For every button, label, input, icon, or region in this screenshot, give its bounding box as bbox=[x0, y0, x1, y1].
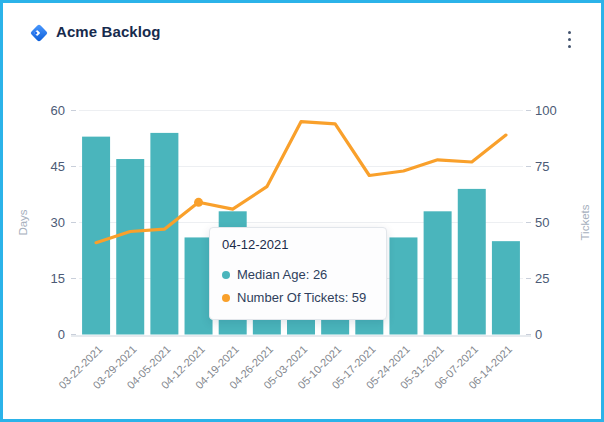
bar-median-age[interactable] bbox=[458, 189, 486, 335]
tooltip-median-age: Median Age: 26 bbox=[237, 267, 327, 282]
tooltip-tickets: Number Of Tickets: 59 bbox=[237, 290, 366, 305]
bar-median-age[interactable] bbox=[82, 137, 110, 335]
bar-median-age[interactable] bbox=[150, 133, 178, 335]
left-axis-tick-label: 30 bbox=[51, 215, 65, 230]
hovered-point[interactable] bbox=[194, 198, 203, 207]
tooltip-row-median-age: Median Age: 26 bbox=[222, 263, 374, 286]
left-axis-tick-label: 15 bbox=[51, 271, 65, 286]
series-dot-median-age bbox=[222, 271, 230, 279]
right-axis-title: Tickets bbox=[579, 204, 591, 240]
tooltip-date: 04-12-2021 bbox=[222, 237, 374, 252]
left-axis-tick-label: 45 bbox=[51, 159, 65, 174]
tooltip-row-tickets: Number Of Tickets: 59 bbox=[222, 286, 374, 309]
right-axis-tick-label: 50 bbox=[535, 215, 549, 230]
bar-median-age[interactable] bbox=[116, 159, 144, 334]
chart-tooltip: 04-12-2021 Median Age: 26 Number Of Tick… bbox=[209, 227, 387, 320]
bar-median-age[interactable] bbox=[492, 241, 520, 334]
combo-chart-canvas[interactable]: 0153045600255075100DaysTickets03-22-2021… bbox=[0, 0, 604, 422]
right-axis-tick-label: 25 bbox=[535, 271, 549, 286]
bar-median-age[interactable] bbox=[389, 237, 417, 334]
series-dot-tickets bbox=[222, 294, 230, 302]
widget-frame: Acme Backlog 0153045600255075100DaysTick… bbox=[0, 0, 604, 422]
left-axis-tick-label: 60 bbox=[51, 103, 65, 118]
right-axis-tick-label: 100 bbox=[535, 103, 557, 118]
bar-median-age[interactable] bbox=[424, 211, 452, 334]
left-axis-title: Days bbox=[17, 209, 29, 235]
right-axis-tick-label: 75 bbox=[535, 159, 549, 174]
right-axis-tick-label: 0 bbox=[535, 327, 542, 342]
left-axis-tick-label: 0 bbox=[58, 327, 65, 342]
